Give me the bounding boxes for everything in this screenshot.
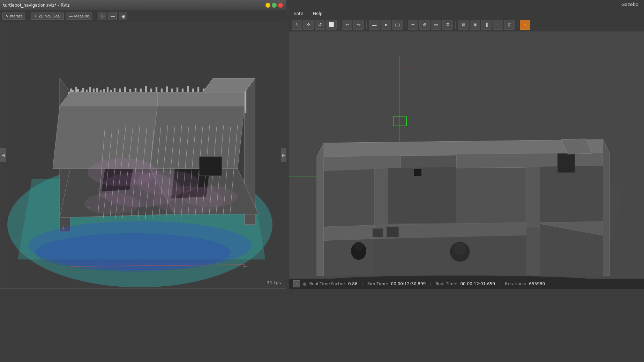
svg-rect-115 xyxy=(199,157,222,176)
measure-button[interactable]: — Measure xyxy=(66,13,92,20)
gz-translate-tool[interactable]: ✛ xyxy=(303,20,314,30)
svg-marker-129 xyxy=(456,153,603,168)
gazebo-menu-nate[interactable]: nate xyxy=(292,10,305,17)
gz-record-tool[interactable]: ▐ xyxy=(481,20,492,30)
pause-button[interactable]: ⏸ xyxy=(293,280,300,287)
gz-light-tool[interactable]: ☀ xyxy=(408,20,418,30)
gazebo-scene-svg xyxy=(289,31,644,279)
svg-marker-130 xyxy=(374,168,388,228)
rviz-window: turtlebot_navigation.rviz* - RViz ↖ nter… xyxy=(0,0,286,289)
sim-time-label: Sim Time: xyxy=(367,281,388,286)
gz-redo-tool[interactable]: ↪ xyxy=(353,20,364,30)
gazebo-menubar: nate Help xyxy=(289,9,644,18)
svg-rect-148 xyxy=(373,228,383,237)
gz-tool-sep-3 xyxy=(405,21,405,29)
gz-tool-sep-1 xyxy=(339,21,339,29)
gz-orange-tool[interactable]: 🔸 xyxy=(520,20,530,30)
zoom-button[interactable]: — xyxy=(108,12,117,20)
status-sep-2: | xyxy=(430,281,431,286)
gz-grid-tool-2[interactable]: ≣ xyxy=(442,20,453,30)
cursor-icon: ↖ xyxy=(6,14,9,18)
svg-marker-126 xyxy=(603,139,610,276)
svg-marker-134 xyxy=(324,169,374,227)
toolbar-separator-1 xyxy=(28,12,28,20)
svg-marker-138 xyxy=(324,239,374,276)
gz-tool-sep-4 xyxy=(455,21,456,29)
rviz-window-buttons xyxy=(265,3,283,8)
gz-add-tool[interactable]: ⊕ xyxy=(419,20,430,30)
real-time-value: 00 00:12:01.659 xyxy=(460,281,495,286)
fps-counter: 31 fps xyxy=(267,280,281,285)
gz-snap-tool[interactable]: ◻ xyxy=(493,20,503,30)
gz-box-tool[interactable]: ▬ xyxy=(369,20,380,30)
arrow-icon: ✦ xyxy=(34,14,37,18)
status-sep-3: | xyxy=(499,281,501,286)
gz-scale-tool[interactable]: ⬜ xyxy=(326,20,337,30)
real-time-factor-value: 0.86 xyxy=(348,281,358,286)
gz-load-tool[interactable]: ▦ xyxy=(470,20,480,30)
gz-cylinder-tool[interactable]: ◯ xyxy=(392,20,403,30)
right-arrow-icon: ▶ xyxy=(282,153,285,158)
gazebo-toolbar: ↖ ✛ ↺ ⬜ ↩ ↪ ▬ ● ◯ ☀ ⊕ ≡≡ ≣ ▤ ▦ ▐ ◻ ◱ 🔸 xyxy=(289,18,644,31)
gz-view-tool[interactable]: ◱ xyxy=(504,20,515,30)
svg-marker-133 xyxy=(324,225,374,241)
nav-goal-button[interactable]: ✦ 2D Nav Goal xyxy=(31,13,64,20)
svg-marker-131 xyxy=(526,167,540,227)
gz-sphere-tool[interactable]: ● xyxy=(381,20,391,30)
svg-rect-147 xyxy=(387,227,399,237)
svg-point-144 xyxy=(454,243,466,255)
svg-marker-135 xyxy=(540,166,603,276)
gazebo-menu-help[interactable]: Help xyxy=(311,10,324,17)
gazebo-window: Gazebo nate Help ↖ ✛ ↺ ⬜ ↩ ↪ ▬ ● ◯ ☀ ⊕ ≡… xyxy=(289,0,644,289)
rviz-title: turtlebot_navigation.rviz* - RViz xyxy=(3,3,69,8)
gz-undo-tool[interactable]: ↩ xyxy=(342,20,352,30)
svg-point-142 xyxy=(354,242,363,251)
pause-icon: ⏸ xyxy=(295,282,298,286)
gazebo-statusbar: ⏸ ● Real Time Factor: 0.86 | Sim Time: 0… xyxy=(289,279,644,289)
gz-select-tool[interactable]: ↖ xyxy=(292,20,302,30)
gazebo-title: Gazebo xyxy=(621,2,638,7)
rviz-left-collapse-button[interactable]: ◀ xyxy=(0,148,6,162)
status-sep-1: | xyxy=(362,281,363,286)
svg-marker-71 xyxy=(53,106,157,169)
gazebo-viewport[interactable] xyxy=(289,31,644,279)
rviz-titlebar: turtlebot_navigation.rviz* - RViz xyxy=(0,0,286,10)
gz-tool-sep-5 xyxy=(517,21,517,29)
real-time-factor-label: Real Time Factor: xyxy=(309,281,345,286)
svg-point-102 xyxy=(84,193,140,214)
svg-marker-74 xyxy=(157,92,245,106)
svg-marker-72 xyxy=(60,92,157,106)
gz-grid-tool-1[interactable]: ≡≡ xyxy=(431,20,441,30)
iterations-value: 655980 xyxy=(529,281,545,286)
gz-rotate-tool[interactable]: ↺ xyxy=(315,20,325,30)
gazebo-titlebar: Gazebo xyxy=(289,0,644,9)
left-arrow-icon: ◀ xyxy=(1,153,5,158)
rviz-scene-svg xyxy=(0,22,286,288)
sim-time-value: 00 00:12:30.899 xyxy=(391,281,426,286)
rviz-right-collapse-button[interactable]: ▶ xyxy=(281,148,286,162)
rviz-viewport[interactable]: ◀ ▶ 31 fps xyxy=(0,22,286,288)
interact-button[interactable]: ↖ nteract xyxy=(2,13,25,20)
svg-rect-140 xyxy=(557,153,575,173)
svg-marker-125 xyxy=(317,143,324,276)
maximize-button[interactable] xyxy=(272,3,277,8)
iterations-label: Iterations: xyxy=(505,281,526,286)
close-button[interactable] xyxy=(278,3,283,8)
svg-marker-139 xyxy=(374,235,526,276)
svg-rect-70 xyxy=(245,89,246,113)
gz-tool-sep-2 xyxy=(366,21,367,29)
minimize-button[interactable] xyxy=(265,3,270,8)
real-time-label: Real Time: xyxy=(435,281,457,286)
gz-save-tool[interactable]: ▤ xyxy=(458,20,469,30)
rviz-toolbar: ↖ nteract ✦ 2D Nav Goal — Measure ➕ — ◉ xyxy=(0,10,286,22)
ruler-icon: — xyxy=(69,14,73,18)
move-camera-button[interactable]: ➕ xyxy=(98,12,106,20)
svg-marker-137 xyxy=(388,167,456,224)
svg-point-105 xyxy=(182,186,238,207)
rotate-button[interactable]: ◉ xyxy=(119,12,127,20)
toolbar-separator-2 xyxy=(95,12,95,20)
svg-rect-145 xyxy=(414,169,421,176)
status-dot-icon: ● xyxy=(303,281,306,286)
